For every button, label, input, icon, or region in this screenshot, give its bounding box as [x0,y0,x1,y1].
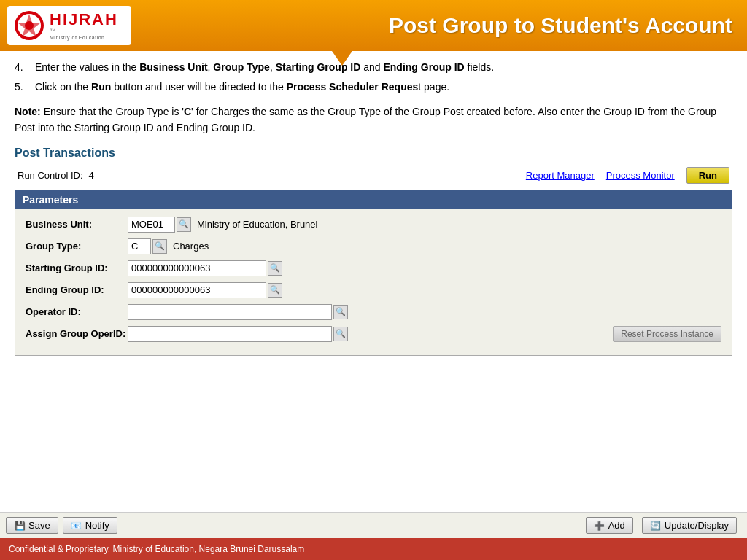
search-operator-id[interactable]: 🔍 [333,305,348,319]
instruction-step4: 4. Enter the values in the Business Unit… [15,60,732,75]
notify-button[interactable]: 📧 Notify [63,517,117,534]
note-section: Note: Ensure that the Group Type is 'C' … [15,104,732,136]
save-label: Save [28,520,50,531]
parameters-header: Parameters [15,190,732,209]
update-display-label: Update/Display [665,520,729,531]
svg-point-3 [25,21,34,30]
add-label: Add [608,520,625,531]
bottom-toolbar: 💾 Save 📧 Notify ➕ Add 🔄 Update/Display [0,512,747,538]
label-business-unit: Business Unit: [26,219,128,230]
process-monitor-link[interactable]: Process Monitor [606,170,675,181]
instruction-list: 4. Enter the values in the Business Unit… [15,60,732,95]
input-assign-group-operid[interactable] [128,326,332,342]
param-row-group-type: Group Type: 🔍 Charges [26,238,721,254]
step4-num: 4. [15,60,35,75]
reset-process-instance-button[interactable]: Reset Process Instance [613,326,721,342]
input-starting-group-id[interactable] [128,260,266,276]
param-row-starting-group-id: Starting Group ID: 🔍 [26,260,721,276]
section-title: Post Transactions [15,147,732,160]
search-assign-group-operid[interactable]: 🔍 [333,327,348,341]
param-row-operator-id: Operator ID: 🔍 [26,304,721,320]
run-control-bar: Run Control ID: 4 Report Manager Process… [15,167,732,184]
footer-text: Confidential & Proprietary, Ministry of … [9,544,304,554]
label-operator-id: Operator ID: [26,306,128,317]
page-title-area: Post Group to Student's Account [131,13,740,38]
logo-text-block: HIJRAH ™ Ministry of Education [50,11,118,41]
save-icon: 💾 [14,521,26,531]
param-row-assign-group-operid: Assign Group OperID: 🔍 Reset Process Ins… [26,326,721,342]
label-ending-group-id: Ending Group ID: [26,284,128,295]
input-group-type[interactable] [128,238,151,254]
pointer-arrow [332,51,352,66]
search-group-type[interactable]: 🔍 [152,239,167,254]
param-row-business-unit: Business Unit: 🔍 Ministry of Education, … [26,217,721,233]
update-display-button[interactable]: 🔄 Update/Display [642,517,737,534]
logo-emblem [13,9,45,42]
label-assign-group-operid: Assign Group OperID: [26,328,128,339]
logo-hijrah: HIJRAH [50,11,118,28]
label-group-type: Group Type: [26,241,128,252]
step5-num: 5. [15,79,35,95]
label-starting-group-id: Starting Group ID: [26,262,128,273]
footer: Confidential & Proprietary, Ministry of … [0,538,747,560]
right-toolbar-btns: ➕ Add 🔄 Update/Display [586,517,741,534]
input-operator-id[interactable] [128,304,332,320]
param-row-ending-group-id: Ending Group ID: 🔍 [26,282,721,298]
report-manager-link[interactable]: Report Manager [526,170,595,181]
instruction-step5: 5. Click on the Run button and user will… [15,79,732,95]
notify-icon: 📧 [71,521,82,531]
step5-text: Click on the Run button and user will be… [35,79,449,95]
desc-business-unit: Ministry of Education, Brunei [197,219,317,230]
parameters-body: Business Unit: 🔍 Ministry of Education, … [15,209,732,355]
step4-text: Enter the values in the Business Unit, G… [35,60,494,75]
search-starting-group-id[interactable]: 🔍 [268,261,282,276]
desc-group-type: Charges [173,241,209,252]
note-text: Ensure that the Group Type is 'C' for Ch… [15,106,716,133]
search-ending-group-id[interactable]: 🔍 [268,283,282,298]
save-button[interactable]: 💾 Save [6,517,58,534]
update-icon: 🔄 [650,521,662,531]
search-business-unit[interactable]: 🔍 [177,217,191,232]
logo-tm: ™ [50,28,118,35]
add-icon: ➕ [594,521,605,531]
add-button[interactable]: ➕ Add [586,517,633,534]
note-label: Note: [15,106,41,117]
main-content: 4. Enter the values in the Business Unit… [0,51,747,370]
parameters-box: Parameters Business Unit: 🔍 Ministry of … [15,190,732,356]
run-control-id: 4 [89,170,94,181]
logo-area: HIJRAH ™ Ministry of Education [7,6,131,45]
input-business-unit[interactable] [128,217,175,233]
logo-subtitle: Ministry of Education [50,35,118,41]
run-button[interactable]: Run [686,167,729,184]
page-title: Post Group to Student's Account [389,13,732,37]
run-control-label: Run Control ID: [18,170,83,181]
notify-label: Notify [85,520,109,531]
header: HIJRAH ™ Ministry of Education Post Grou… [0,0,747,51]
input-ending-group-id[interactable] [128,282,266,298]
